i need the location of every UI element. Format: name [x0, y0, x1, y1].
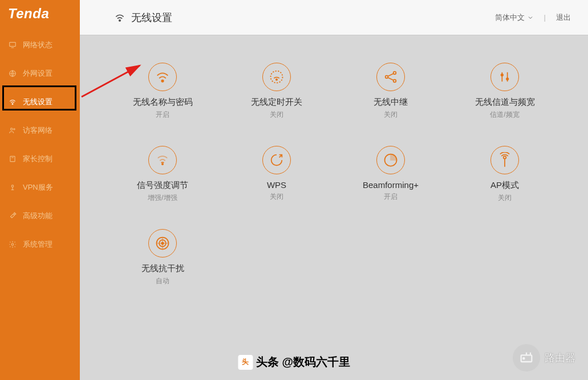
- card-title: 无线抗干扰: [141, 263, 184, 274]
- card-title: 信号强度调节: [137, 180, 188, 191]
- target-icon: [148, 229, 177, 258]
- nav-label: VPN服务: [23, 182, 53, 193]
- svg-point-22: [162, 164, 163, 165]
- card-grid: 无线名称与密码 开启 无线定时开关 关闭 无线中继 关闭 无线信道与频宽 信道/…: [108, 58, 559, 291]
- header: 无线设置 简体中文 | 退出: [80, 0, 588, 35]
- logo: Tenda: [0, 0, 80, 33]
- nav-wireless-settings[interactable]: 无线设置: [0, 90, 80, 114]
- nav-label: 系统管理: [23, 239, 52, 250]
- ap-icon: [490, 146, 519, 174]
- nav-parental-control[interactable]: 家长控制: [0, 147, 80, 171]
- signal-icon: [148, 146, 177, 174]
- nav-label: 外网设置: [23, 68, 52, 79]
- attribution-text: 头 头条 @数码六千里: [238, 354, 350, 370]
- language-selector[interactable]: 简体中文: [495, 13, 534, 23]
- card-title: 无线定时开关: [251, 97, 302, 108]
- wifi-icon: [148, 63, 177, 91]
- card-signal-strength[interactable]: 信号强度调节 增强/增强: [108, 141, 217, 207]
- svg-point-21: [506, 78, 509, 80]
- svg-point-20: [501, 74, 504, 76]
- card-wifi-channel[interactable]: 无线信道与频宽 信道/频宽: [451, 58, 559, 124]
- card-status: 信道/频宽: [490, 110, 519, 120]
- svg-point-17: [394, 80, 396, 83]
- card-wifi-name-password[interactable]: 无线名称与密码 开启: [108, 58, 217, 124]
- nav-label: 无线设置: [23, 97, 52, 107]
- language-label: 简体中文: [495, 13, 525, 23]
- watermark-icon: [513, 344, 540, 371]
- nav-guest-network[interactable]: 访客网络: [0, 119, 80, 142]
- nav-system-mgmt[interactable]: 系统管理: [0, 232, 80, 256]
- card-anti-interference[interactable]: 无线抗干扰 自动: [108, 224, 217, 291]
- card-status: 增强/增强: [148, 193, 177, 203]
- wifi-icon: [114, 12, 125, 23]
- logout-link[interactable]: 退出: [556, 13, 571, 23]
- nav-wan-settings[interactable]: 外网设置: [0, 62, 80, 85]
- svg-point-9: [11, 243, 14, 246]
- divider: |: [544, 13, 546, 22]
- card-status: 关闭: [384, 110, 398, 120]
- nav-network-status[interactable]: 网络状态: [0, 33, 80, 57]
- watermark: 路由器: [513, 344, 575, 371]
- card-beamforming[interactable]: Beamforming+ 开启: [336, 141, 445, 207]
- svg-point-3: [12, 104, 13, 105]
- svg-point-8: [11, 185, 14, 187]
- svg-point-11: [119, 19, 121, 21]
- globe-icon: [8, 69, 17, 78]
- card-status: 关闭: [270, 192, 283, 202]
- card-title: WPS: [267, 180, 286, 190]
- svg-point-16: [394, 72, 396, 75]
- vpn-icon: [8, 183, 17, 192]
- card-title: 无线信道与频宽: [475, 97, 535, 108]
- page-title: 无线设置: [114, 11, 172, 24]
- nav-advanced[interactable]: 高级功能: [0, 204, 80, 228]
- nav-label: 访客网络: [23, 125, 52, 136]
- wps-icon: [262, 146, 291, 174]
- svg-point-5: [14, 129, 15, 130]
- svg-point-4: [11, 128, 13, 130]
- card-title: AP模式: [490, 180, 519, 191]
- card-ap-mode[interactable]: AP模式 关闭: [451, 141, 559, 207]
- nav-vpn-service[interactable]: VPN服务: [0, 175, 80, 199]
- card-title: 无线名称与密码: [133, 97, 193, 108]
- card-status: 关闭: [498, 193, 512, 203]
- card-status: 关闭: [270, 110, 283, 120]
- svg-point-25: [504, 156, 506, 159]
- nav-label: 高级功能: [23, 211, 52, 221]
- attribution-label: 头条 @数码六千里: [256, 354, 350, 370]
- relay-icon: [376, 63, 405, 91]
- svg-rect-0: [10, 42, 16, 46]
- card-title: Beamforming+: [363, 180, 419, 190]
- users-icon: [8, 126, 17, 135]
- main-content: 无线名称与密码 开启 无线定时开关 关闭 无线中继 关闭 无线信道与频宽 信道/…: [80, 35, 588, 380]
- card-wifi-schedule[interactable]: 无线定时开关 关闭: [222, 58, 331, 124]
- gear-icon: [8, 240, 17, 249]
- card-wps[interactable]: WPS 关闭: [222, 141, 331, 207]
- channel-icon: [490, 63, 519, 91]
- wifi-icon: [8, 97, 17, 107]
- header-right: 简体中文 | 退出: [495, 13, 571, 23]
- beam-icon: [376, 146, 405, 174]
- toutiao-icon: 头: [238, 355, 253, 370]
- card-wifi-relay[interactable]: 无线中继 关闭: [336, 58, 445, 124]
- card-title: 无线中继: [374, 97, 408, 108]
- nav-label: 网络状态: [23, 40, 52, 50]
- svg-point-12: [161, 80, 164, 82]
- chevron-down-icon: [527, 14, 534, 21]
- card-status: 开启: [156, 110, 169, 120]
- watermark-text: 路由器: [545, 351, 575, 365]
- card-status: 开启: [384, 192, 398, 202]
- sidebar: Tenda 网络状态 外网设置 无线设置 访客网络 家长控制 VPN服务 高级功…: [0, 0, 80, 380]
- shield-icon: [8, 154, 17, 164]
- page-title-text: 无线设置: [131, 11, 172, 24]
- card-status: 自动: [156, 276, 169, 286]
- svg-rect-6: [10, 156, 15, 161]
- svg-point-14: [276, 79, 277, 80]
- svg-point-15: [386, 76, 388, 79]
- nav-label: 家长控制: [23, 154, 52, 164]
- tools-icon: [8, 211, 17, 220]
- monitor-icon: [8, 40, 17, 50]
- svg-point-32: [523, 358, 524, 359]
- clock-wifi-icon: [262, 63, 291, 91]
